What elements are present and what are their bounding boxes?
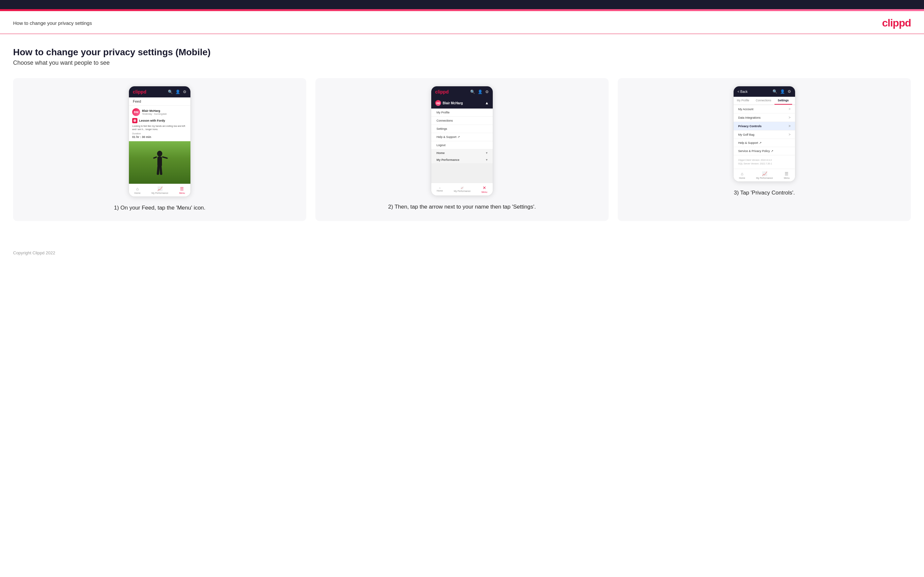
bottom-nav-performance-1: 📈 My Performance xyxy=(152,186,168,194)
user-name-row: BM Blair McHarg xyxy=(435,100,463,106)
chart-icon-3: 📈 xyxy=(762,171,767,176)
step-1-phone: clippd 🔍 👤 ⚙ Feed BM Blair McHarg xyxy=(129,86,191,197)
user-icon-2: 👤 xyxy=(478,90,483,94)
dropdown-menu: My Profile Connections Settings Help & S… xyxy=(431,108,493,163)
page-subtitle: Choose what you want people to see xyxy=(13,60,911,66)
phone-1-bottom-nav: ⌂ Home 📈 My Performance ☰ Menu xyxy=(129,184,191,197)
menu-icon-1: ☰ xyxy=(180,186,184,191)
privacy-controls-label: Privacy Controls xyxy=(738,124,762,128)
user-icon: 👤 xyxy=(175,90,180,94)
phone-3-back-bar: < Back 🔍 👤 ⚙ xyxy=(733,86,795,97)
step-2-card: clippd 🔍 👤 ⚙ BM Blair McHarg ▲ xyxy=(315,78,609,221)
service-privacy-label: Service & Privacy Policy ↗ xyxy=(738,149,774,153)
version-info: Clippd Client Version: 2022.8.3-3 GQL Se… xyxy=(733,155,795,169)
phone-2-logo: clippd xyxy=(435,89,449,95)
tab-my-profile[interactable]: My Profile xyxy=(733,97,753,105)
settings-data-integrations[interactable]: Data Integrations > xyxy=(733,113,795,122)
post-author-1: Blair McHarg xyxy=(142,109,167,113)
bottom-nav3-performance: 📈 My Performance xyxy=(756,171,773,179)
page-title: How to change your privacy settings (Mob… xyxy=(13,47,911,58)
step-2-description: 2) Then, tap the arrow next to your name… xyxy=(388,203,536,211)
phone-2-bottom-nav: ⌂ Home 📈 My Performance ✕ Menu xyxy=(431,183,493,195)
top-bar xyxy=(0,0,924,9)
search-icon: 🔍 xyxy=(168,90,173,94)
duration-value: 01 hr : 30 min xyxy=(132,135,187,139)
performance-label-1: My Performance xyxy=(152,192,168,194)
golfer-svg xyxy=(147,148,173,184)
lesson-icon xyxy=(132,118,137,123)
main-content: How to change your privacy settings (Mob… xyxy=(0,34,924,244)
tab-connections[interactable]: Connections xyxy=(753,97,774,105)
menu-my-profile[interactable]: My Profile xyxy=(431,108,493,117)
chevron-my-golf-bag: > xyxy=(788,133,790,136)
user-name-2: Blair McHarg xyxy=(443,102,463,105)
performance-label-3: My Performance xyxy=(756,177,773,179)
data-integrations-label: Data Integrations xyxy=(738,116,761,119)
settings-privacy-controls[interactable]: Privacy Controls > xyxy=(733,122,795,131)
version-line-1: Clippd Client Version: 2022.8.3-3 xyxy=(738,158,790,162)
chev-home: ▾ xyxy=(486,151,488,155)
menu-settings[interactable]: Settings xyxy=(431,125,493,133)
settings-my-golf-bag[interactable]: My Golf Bag > xyxy=(733,131,795,139)
close-label-2: Menu xyxy=(481,191,488,193)
chevron-privacy-controls: > xyxy=(788,124,790,128)
post-date-1: Yesterday · Sunningdale xyxy=(142,113,167,115)
lesson-title: Lesson with Fordy xyxy=(139,119,165,122)
header-title: How to change your privacy settings xyxy=(13,20,92,26)
search-icon-2: 🔍 xyxy=(470,90,475,94)
step-1-card: clippd 🔍 👤 ⚙ Feed BM Blair McHarg xyxy=(13,78,306,221)
my-account-label: My Account xyxy=(738,108,754,111)
settings-icon-3: ⚙ xyxy=(788,89,791,94)
phone-1-icons: 🔍 👤 ⚙ xyxy=(168,90,186,94)
search-icon-3: 🔍 xyxy=(772,89,777,94)
user-icon-3: 👤 xyxy=(780,89,785,94)
section-home-label: Home xyxy=(436,152,445,155)
bottom-nav3-menu[interactable]: ☰ Menu xyxy=(784,171,790,179)
lesson-row: Lesson with Fordy xyxy=(132,118,187,123)
phone-1-post: BM Blair McHarg Yesterday · Sunningdale … xyxy=(129,106,191,141)
phone-3-bottom-nav: ⌂ Home 📈 My Performance ☰ Menu xyxy=(733,169,795,181)
step-3-description: 3) Tap 'Privacy Controls'. xyxy=(734,189,795,197)
phone-2-user-header: BM Blair McHarg ▲ xyxy=(431,97,493,108)
settings-icon-2: ⚙ xyxy=(485,90,489,94)
menu-connections[interactable]: Connections xyxy=(431,117,493,125)
back-label[interactable]: < Back xyxy=(738,90,748,93)
menu-label-3: Menu xyxy=(784,177,790,179)
menu-logout[interactable]: Logout xyxy=(431,141,493,149)
chev-perf: ▾ xyxy=(486,158,488,161)
section-perf-label: My Performance xyxy=(436,158,459,161)
menu-help[interactable]: Help & Support ↗ xyxy=(431,133,493,141)
golf-image xyxy=(129,141,191,184)
svg-rect-4 xyxy=(162,156,168,159)
chart-icon-2: 📈 xyxy=(461,187,464,189)
settings-service-privacy[interactable]: Service & Privacy Policy ↗ xyxy=(733,147,795,155)
menu-icon-3: ☰ xyxy=(785,171,788,176)
avatar-2: BM xyxy=(435,100,441,106)
my-golf-bag-label: My Golf Bag xyxy=(738,133,754,136)
duration-label: Duration xyxy=(132,132,187,135)
menu-section-performance: My Performance ▾ xyxy=(431,156,493,163)
step-1-description: 1) On your Feed, tap the 'Menu' icon. xyxy=(114,204,205,212)
logo: clippd xyxy=(882,17,911,29)
svg-rect-3 xyxy=(153,156,157,159)
bottom-nav-home-1: ⌂ Home xyxy=(134,186,141,194)
dropdown-arrow[interactable]: ▲ xyxy=(485,101,489,105)
version-line-2: GQL Server Version: 2022.7.30-1 xyxy=(738,162,790,166)
settings-list: My Account > Data Integrations > Privacy… xyxy=(733,105,795,155)
home-icon-1: ⌂ xyxy=(136,186,139,191)
copyright-text: Copyright Clippd 2022 xyxy=(13,250,55,255)
phone-1-logo: clippd xyxy=(133,89,146,95)
phone-2-nav: clippd 🔍 👤 ⚙ xyxy=(431,86,493,97)
svg-rect-5 xyxy=(157,165,160,175)
bottom-nav2-performance: 📈 My Performance xyxy=(454,187,470,192)
bottom-nav2-close[interactable]: ✕ Menu xyxy=(481,185,488,193)
settings-my-account[interactable]: My Account > xyxy=(733,105,795,113)
close-icon-2: ✕ xyxy=(483,185,486,190)
tab-settings[interactable]: Settings xyxy=(774,97,792,105)
header: How to change your privacy settings clip… xyxy=(0,11,924,34)
bottom-nav-menu-1[interactable]: ☰ Menu xyxy=(179,186,185,194)
settings-help-support[interactable]: Help & Support ↗ xyxy=(733,139,795,147)
svg-point-1 xyxy=(157,151,162,156)
phone-1-post-header: BM Blair McHarg Yesterday · Sunningdale xyxy=(132,108,187,116)
phone-3-tabs: My Profile Connections Settings xyxy=(733,97,795,105)
